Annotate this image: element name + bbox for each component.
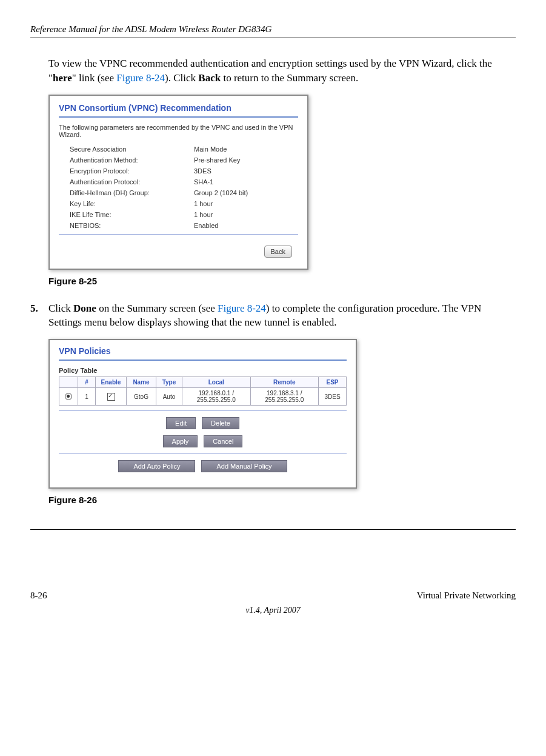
param-row: Key Life:1 hour [70,200,298,207]
col-remote: Remote [250,377,319,388]
button-row: Edit Delete [59,417,347,429]
edit-button[interactable]: Edit [166,417,196,429]
divider [59,360,347,361]
divider [59,116,298,118]
header-rule [30,38,516,38]
add-auto-policy-button[interactable]: Add Auto Policy [118,460,195,472]
col-num: # [78,377,96,388]
vpn-policies-screenshot: VPN Policies Policy Table # Enable Name … [48,339,357,489]
divider [59,410,347,411]
checkbox-icon[interactable] [107,393,115,401]
back-text: Back [198,72,221,84]
param-value: Main Mode [194,146,298,153]
param-value: Enabled [194,222,298,229]
delete-button[interactable]: Delete [202,417,239,429]
param-row: Authentication Method:Pre-shared Key [70,156,298,164]
button-row: Apply Cancel [59,435,347,447]
param-label: Secure Association [70,146,194,153]
table-row: 1 GtoG Auto 192.168.0.1 / 255.255.255.0 … [59,388,347,406]
text: Click [48,303,73,314]
radio-icon[interactable] [65,393,72,400]
table-header-row: # Enable Name Type Local Remote ESP [59,377,347,388]
col-select [59,377,78,388]
param-label: IKE Life Time: [70,211,194,218]
param-row: Encryption Protocol:3DES [70,167,298,175]
param-row: IKE Life Time:1 hour [70,211,298,218]
add-manual-policy-button[interactable]: Add Manual Policy [201,460,287,472]
text: on the Summary screen (see [96,303,218,314]
vpnc-recommendation-screenshot: VPN Consortium (VPNC) Recommendation The… [48,95,308,270]
param-value: 1 hour [194,211,298,218]
param-value: 3DES [194,167,298,175]
cell-type: Auto [156,388,182,406]
back-button[interactable]: Back [264,246,292,258]
apply-button[interactable]: Apply [163,435,198,447]
cell-remote: 192.168.3.1 / 255.255.255.0 [250,388,319,406]
text: ). Click [165,72,198,84]
panel-description: The following parameters are recommended… [59,124,298,138]
text: to return to the Summary screen. [221,72,358,84]
footer-version: v1.4, April 2007 [30,606,516,615]
param-value: SHA-1 [194,178,298,186]
col-esp: ESP [319,377,347,388]
param-value: Pre-shared Key [194,156,298,164]
cell-local: 192.168.0.1 / 255.255.255.0 [182,388,251,406]
divider [59,453,347,454]
figure-ref-link[interactable]: Figure 8-24 [116,72,165,84]
col-type: Type [156,377,182,388]
param-row: Secure AssociationMain Mode [70,146,298,153]
param-row: Authentication Protocol:SHA-1 [70,178,298,186]
policy-table: # Enable Name Type Local Remote ESP 1 Gt… [59,376,347,406]
param-value: Group 2 (1024 bit) [194,189,298,196]
text: " link (see [72,72,117,84]
col-name: Name [127,377,156,388]
param-row: NETBIOS:Enabled [70,222,298,229]
cancel-button[interactable]: Cancel [204,435,242,447]
page-number: 8-26 [30,590,47,601]
page-footer: 8-26 Virtual Private Networking [30,590,516,601]
step-5: 5. Click Done on the Summary screen (see… [30,301,516,330]
cell-name: GtoG [127,388,156,406]
paragraph-vpnc: To view the VPNC recommended authenticat… [48,56,516,85]
button-row: Add Auto Policy Add Manual Policy [59,460,347,472]
param-label: NETBIOS: [70,222,194,229]
running-header: Reference Manual for the ADSL Modem Wire… [30,24,516,35]
param-label: Key Life: [70,200,194,207]
button-row: Back [59,246,298,258]
cell-radio[interactable] [59,388,78,406]
param-row: Diffie-Hellman (DH) Group:Group 2 (1024 … [70,189,298,196]
param-value: 1 hour [194,200,298,207]
cell-enable[interactable] [96,388,127,406]
param-label: Authentication Protocol: [70,178,194,186]
figure-label: Figure 8-25 [48,276,516,286]
section-name: Virtual Private Networking [417,590,516,601]
panel-title: VPN Consortium (VPNC) Recommendation [59,103,298,113]
step-number: 5. [30,301,48,330]
figure-label: Figure 8-26 [48,495,516,505]
done-text: Done [73,303,96,314]
col-enable: Enable [96,377,127,388]
panel-title: VPN Policies [59,346,347,356]
param-label: Authentication Method: [70,156,194,164]
footer-rule [30,529,516,530]
divider [59,234,298,235]
figure-ref-link[interactable]: Figure 8-24 [218,303,266,314]
cell-esp: 3DES [319,388,347,406]
here-link-text: here [53,72,72,84]
param-label: Diffie-Hellman (DH) Group: [70,189,194,196]
policy-table-label: Policy Table [59,367,347,374]
step-content: Click Done on the Summary screen (see Fi… [48,301,516,330]
col-local: Local [182,377,251,388]
cell-num: 1 [78,388,96,406]
param-label: Encryption Protocol: [70,167,194,175]
